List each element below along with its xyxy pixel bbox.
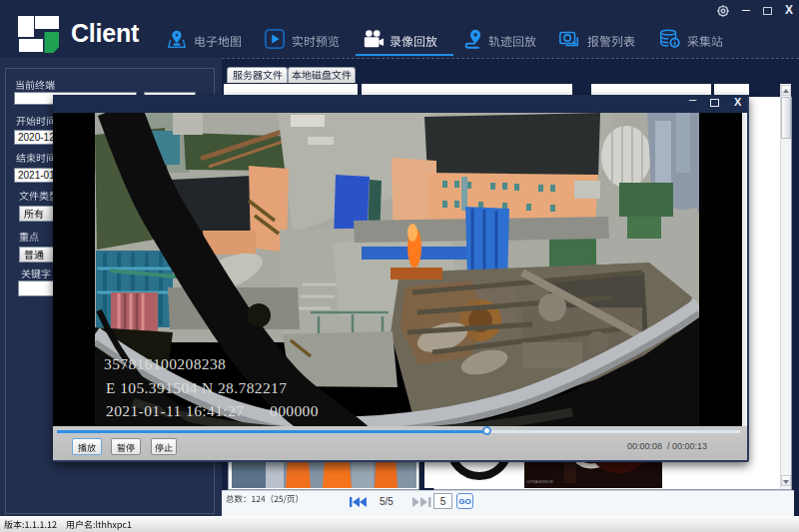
svg-text:E 105.391504 N 28.782217: E 105.391504 N 28.782217 xyxy=(106,379,287,396)
svg-text:357816100208238: 357816100208238 xyxy=(104,355,226,372)
svg-text:2021-01-11 16:41:27 00000: 2021-01-11 16:41:27 000000 xyxy=(106,402,319,419)
svg-text:GTRA0B3NCB: GTRA0B3NCB xyxy=(526,479,553,484)
